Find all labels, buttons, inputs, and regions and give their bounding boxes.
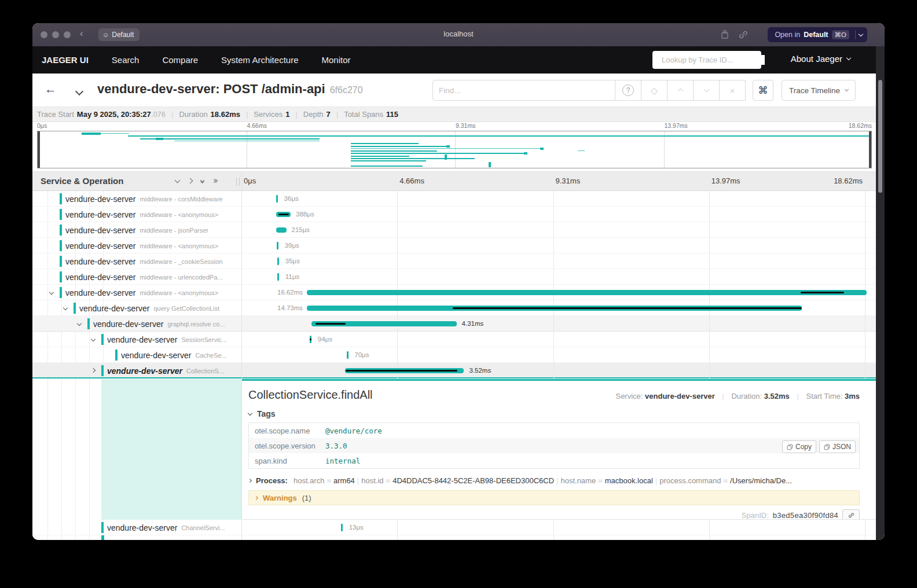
scrollbar-track[interactable] [876,46,885,540]
minimap-right-drag-handle[interactable] [869,131,871,168]
span-tick[interactable] [341,524,343,531]
copy-tags-button[interactable]: Copy [782,440,816,453]
chevron-down-icon[interactable] [77,321,82,326]
service-color-bar [115,350,118,361]
column-resizer-handle[interactable] [236,178,240,186]
find-help-button[interactable]: ? [615,80,641,101]
span-bar[interactable] [307,290,867,295]
duration-label: 35μs [285,253,300,269]
span-bar[interactable] [276,227,286,233]
span-row-left[interactable]: vendure-dev-serverCollectionS... [32,363,241,378]
open-in-default-button[interactable]: Open in Default ⌘O [768,27,867,42]
span-tick[interactable] [277,273,279,281]
span-row-left[interactable]: vendure-dev-serverChannelServi... [32,520,241,535]
span-tick[interactable] [277,258,279,265]
chevron-right-icon [248,479,252,483]
chevron-down-icon[interactable] [49,290,54,295]
span-labels: vendure-dev-servermiddleware - jsonParse… [65,222,241,238]
scrollbar-thumb[interactable] [878,80,882,193]
timeline-header: Service & Operation 0μs4.66ms9.31ms13.97… [32,171,876,191]
span-row-right[interactable]: 70μs [241,347,865,363]
tags-table: Copy JSON otel.scope.name@vendure/coreot… [248,422,860,469]
back-arrow-icon[interactable]: ← [45,82,57,96]
trace-lookup-input[interactable] [661,55,765,65]
span-row-left[interactable]: vendure-dev-serverCacheSe... [32,347,241,363]
span-row-right[interactable]: 215μs [241,222,865,238]
services-label: Services [254,110,283,119]
span-row-left[interactable]: vendure-dev-servermiddleware - <anonymou… [32,207,241,222]
tag-row[interactable]: otel.scope.version3.3.0 [249,438,859,453]
expand-one-icon[interactable] [188,178,193,184]
chevron-down-icon[interactable] [63,306,68,310]
trace-minimap[interactable] [37,131,872,168]
span-row-left[interactable]: vendure-dev-servermiddleware - urlencode… [32,269,241,285]
minimap-span [446,145,450,148]
span-tick[interactable] [276,195,278,203]
chevron-right-icon[interactable] [91,368,96,373]
span-row-right[interactable]: 16.62ms [241,285,865,300]
find-input[interactable] [432,80,615,101]
process-section-toggle[interactable]: Process: host.arch=arm64|host.id=4D4DDAC… [248,476,860,485]
span-tick[interactable] [310,336,311,343]
span-row-left[interactable]: vendure-dev-servermiddleware - jsonParse… [32,222,241,238]
tags-section-toggle[interactable]: Tags [248,409,860,418]
nav-item-search[interactable]: Search [112,55,140,65]
jaeger-logo[interactable]: JAEGER UI [42,55,89,65]
span-row-right[interactable]: 14.73ms [241,300,865,316]
about-jaeger-menu[interactable]: About Jaeger [791,54,850,64]
span-row-left[interactable]: vendure-dev-serverquery GetCollectionLis… [32,300,241,316]
nav-item-monitor[interactable]: Monitor [321,55,350,65]
span-labels: vendure-dev-servermiddleware - _cookieSe… [65,253,241,269]
service-name: vendure-dev-server [107,366,182,376]
spanid-value: b3ed5ea30f90fd84 [773,511,838,520]
span-tick[interactable] [347,351,349,359]
trace-view-selector[interactable]: Trace Timeline [782,80,856,101]
collapse-all-icon[interactable] [201,179,204,183]
address-bar[interactable]: localhost [32,30,885,38]
keyboard-shortcuts-button[interactable]: ⌘ [753,80,773,101]
span-row-right[interactable]: 35μs [241,253,865,269]
minimap-span [540,148,544,150]
span-row-left[interactable]: vendure-dev-servermiddleware - _cookieSe… [32,253,241,269]
deep-link-button[interactable] [842,509,860,520]
find-scope-button[interactable]: ◇ [641,80,667,101]
span-row-left[interactable]: vendure-dev-servergraphql.resolve co... [32,316,241,332]
spanid-row: SpanID: b3ed5ea30f90fd84 [248,509,860,520]
minimap-gridline [247,131,247,168]
span-row-right[interactable]: 13μs [241,520,865,535]
expand-all-icon[interactable] [212,179,217,182]
span-row-left[interactable]: vendure-dev-servermiddleware - corsMiddl… [32,191,241,207]
tag-row[interactable]: span.kindinternal [249,453,859,468]
find-prev-button[interactable] [667,80,694,101]
service-name: vendure-dev-server [65,194,135,204]
span-row-right[interactable]: 388μs [241,207,865,222]
copy-link-icon[interactable] [738,29,749,41]
minimap-left-drag-handle[interactable] [38,131,40,168]
span-row-right[interactable]: 4.31ms [241,316,865,332]
span-row-right[interactable]: 39μs [241,238,865,253]
span-row-left[interactable]: vendure-dev-servermiddleware - <anonymou… [32,238,241,253]
find-next-button[interactable] [694,80,720,101]
span-row-right[interactable]: 36μs [241,191,865,207]
span-row-left[interactable]: vendure-dev-servermiddleware - <anonymou… [32,285,241,300]
nav-item-compare[interactable]: Compare [162,55,198,65]
timeline-tick-label: 0μs [244,177,256,185]
json-tags-button[interactable]: JSON [819,440,856,453]
span-row-right[interactable]: 94μs [241,332,865,347]
chevron-down-icon[interactable] [859,31,863,36]
warnings-section-toggle[interactable]: Warnings (1) [248,490,860,505]
span-row-left[interactable]: vendure-dev-serverSessionServic... [32,332,241,347]
tag-row[interactable]: otel.scope.name@vendure/core [249,423,859,438]
span-row-right[interactable]: 3.52ms [241,363,865,378]
extensions-puzzle-icon[interactable] [719,29,731,41]
span-tick[interactable] [277,242,278,249]
collapse-trace-chevron-icon[interactable] [76,86,82,97]
collapse-one-icon[interactable] [175,178,181,183]
operation-name: ChannelServi... [181,524,225,531]
span-detail-meta: Service: vendure-dev-server | Duration: … [615,392,860,400]
copy-icon [787,444,793,450]
find-clear-button[interactable]: × [720,80,746,101]
span-row-right[interactable]: 11μs [241,269,865,285]
chevron-down-icon[interactable] [91,337,96,341]
nav-item-system-architecture[interactable]: System Architecture [221,55,298,65]
